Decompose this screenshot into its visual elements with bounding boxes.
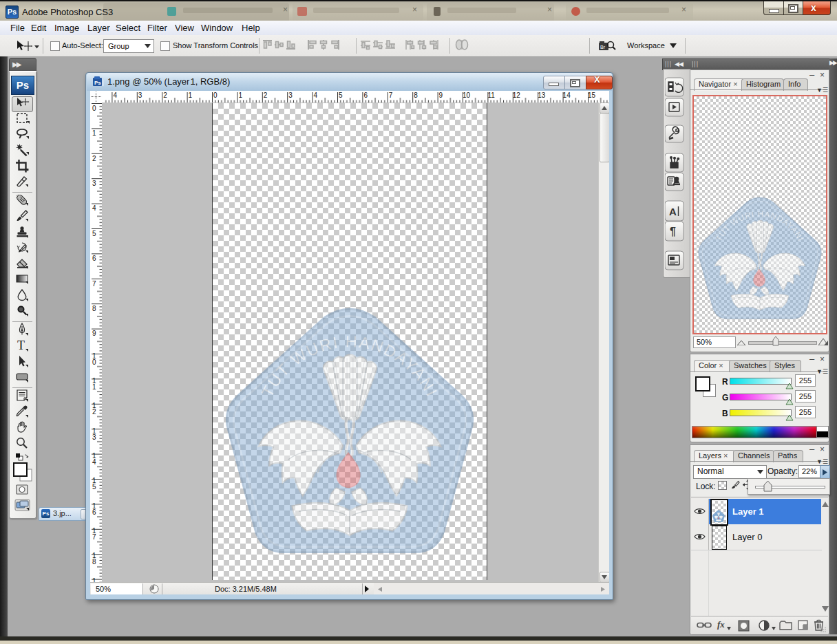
svg-text:Br: Br (600, 45, 606, 50)
svg-text:5: 5 (92, 483, 96, 491)
svg-text:7: 7 (92, 280, 96, 288)
svg-text:8: 8 (92, 558, 96, 566)
svg-text:4: 4 (314, 92, 318, 99)
svg-text:9: 9 (92, 330, 96, 337)
svg-text:1: 1 (92, 383, 96, 391)
svg-text:3: 3 (92, 180, 96, 187)
svg-text:1: 1 (92, 129, 96, 137)
svg-text:¶: ¶ (670, 226, 676, 237)
svg-text:8: 8 (414, 92, 418, 99)
svg-text:0: 0 (92, 105, 96, 112)
svg-text:10: 10 (463, 92, 471, 99)
svg-text:6: 6 (92, 255, 96, 262)
svg-text:8: 8 (92, 305, 96, 312)
svg-text:0: 0 (213, 92, 218, 99)
svg-text:7: 7 (92, 533, 96, 541)
svg-text:2: 2 (264, 92, 268, 99)
svg-text:3: 3 (138, 92, 142, 99)
svg-text:11: 11 (487, 92, 495, 99)
svg-text:5: 5 (339, 92, 343, 99)
svg-text:15: 15 (588, 92, 596, 99)
svg-text:4: 4 (92, 204, 96, 212)
svg-text:7: 7 (389, 92, 393, 99)
svg-text:6: 6 (92, 508, 96, 516)
svg-text:4: 4 (113, 92, 117, 99)
svg-text:0: 0 (92, 358, 96, 366)
svg-text:1: 1 (92, 577, 96, 582)
svg-text:3: 3 (288, 92, 293, 99)
svg-text:T: T (17, 339, 25, 352)
svg-text:Ps: Ps (94, 80, 101, 86)
svg-text:1: 1 (238, 92, 242, 99)
svg-text:4: 4 (92, 458, 96, 466)
svg-text:5: 5 (92, 230, 96, 237)
svg-text:2: 2 (92, 155, 96, 162)
svg-text:2: 2 (163, 92, 167, 99)
svg-text:2: 2 (92, 408, 96, 416)
svg-text:12: 12 (513, 92, 521, 99)
svg-text:14: 14 (563, 92, 571, 99)
svg-text:9: 9 (439, 92, 443, 99)
svg-text:3: 3 (92, 433, 96, 441)
svg-text:1: 1 (189, 92, 193, 99)
svg-text:13: 13 (538, 92, 546, 99)
svg-text:A: A (669, 206, 677, 217)
svg-text:6: 6 (363, 92, 368, 99)
